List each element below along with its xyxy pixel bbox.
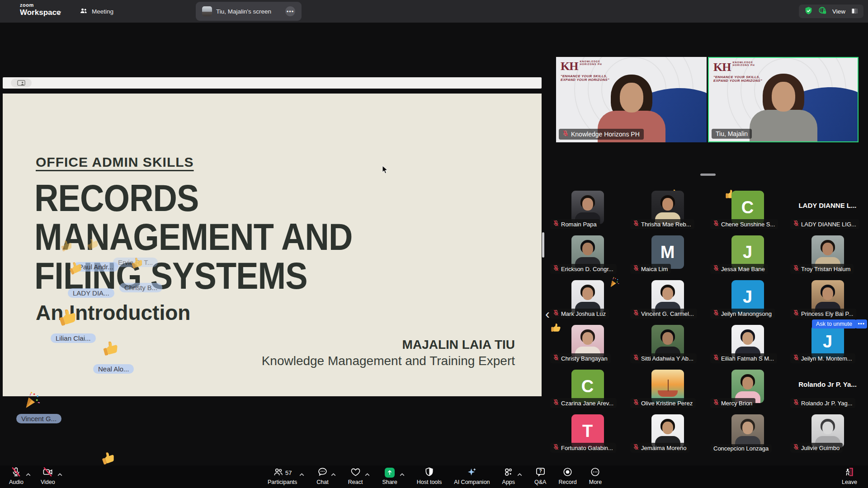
participant-name-label: Concepcion Lonzaga [710,444,772,453]
participant-more-icon[interactable]: ••• [855,319,867,328]
mic-muted-small-icon [633,399,639,407]
participant-tile[interactable]: J Jessa Mae Bane [708,233,787,277]
participant-tile[interactable]: Sitti Adahwia Y Ab... [628,322,707,367]
caret-up-icon[interactable] [517,470,522,478]
video-button[interactable]: Video [41,467,62,485]
caret-up-icon[interactable] [57,470,62,478]
react-label: React [348,479,363,485]
participant-tile[interactable]: Christy Bangayan [548,322,627,367]
qa-button[interactable]: ? Q&A [534,467,546,485]
presentation-slide: OFFICE ADMIN SKILLS RECORDS MANAGEMENT A… [3,94,542,396]
leave-button[interactable]: Leave [842,467,857,485]
participant-name-label: Jessa Mae Bane [710,264,768,274]
participant-tile[interactable]: J Jeilyn Manongsong [708,277,787,322]
caret-up-icon[interactable] [26,470,31,478]
participant-tile[interactable]: Thrisha Mae Reb... [628,188,707,233]
participant-tile[interactable]: Rolando Jr P. Ya... Rolando Jr P. Yag... [788,367,867,412]
video-name-label: Tiu, Majalin [712,129,752,139]
participant-tile[interactable]: C Chene Sunshine S... [708,188,787,233]
participant-name-label: Fortunato Galabin... [550,443,616,453]
caret-up-icon[interactable] [299,470,304,478]
mic-muted-small-icon [633,354,639,362]
chat-button[interactable]: Chat [316,467,335,485]
chat-label: Chat [316,479,328,485]
participant-name-label: Czarina Jane Arev... [550,398,617,408]
apps-button[interactable]: Apps [502,467,523,485]
mic-muted-small-icon [553,310,559,318]
caret-up-icon[interactable] [400,470,405,478]
chevron-left-icon[interactable]: ‹ [545,307,550,321]
view-grid-icon [851,7,858,16]
mic-muted-small-icon [633,220,639,228]
tab-screen-share[interactable]: Tiu, Majalin's screen ••• [196,2,302,21]
share-icon [385,468,395,478]
meeting-security-pill[interactable]: View [799,5,863,18]
avatar-photo [662,287,673,300]
mic-muted-small-icon [793,354,799,362]
photo-avatar [731,414,764,448]
audio-button[interactable]: Audio [9,467,31,485]
participant-tile[interactable]: Concepcion Lonzaga [708,412,787,456]
panel-resize-handle[interactable] [542,232,544,258]
participant-tile[interactable]: Princess Ely Bai P... [788,277,867,322]
mic-muted-small-icon [793,265,799,273]
chevron-down-icon[interactable] [56,8,61,16]
participant-tile[interactable]: Erickson D. Congr... [548,233,627,277]
participant-tile[interactable]: LADY DIANNE L... LADY DIANNE LIG... [788,188,867,233]
leave-door-icon [844,467,854,479]
boat-illustration [658,390,678,397]
participant-tile[interactable]: M Maica Lim [628,233,707,277]
participant-name-label: Chene Sunshine S... [710,219,778,229]
participants-label: Participants [268,479,297,485]
share-button[interactable]: Share [382,467,404,485]
participant-tile[interactable]: Mercy Brion [708,367,787,412]
avatar-photo [742,422,753,434]
panel-drag-handle[interactable] [700,174,716,176]
mic-muted-small-icon [713,220,719,228]
ask-to-unmute-button[interactable]: Ask to unmute [812,319,856,328]
host-tools-label: Host tools [417,479,442,485]
react-heart-icon [350,467,361,479]
participant-tile[interactable]: T Fortunato Galabin... [548,412,627,456]
record-button[interactable]: Record [558,467,576,485]
ai-sparkle-icon [467,467,477,479]
participant-name-label: Eiliah Fatmah S M... [710,353,777,363]
host-tools-button[interactable]: Host tools [417,467,442,485]
record-label: Record [558,479,576,485]
avatar-photo [742,332,753,345]
participant-tile[interactable]: Olive Kristine Perez [628,367,707,412]
participant-tile[interactable]: Troy Tristan Halum [788,233,867,277]
react-button[interactable]: React [348,467,370,485]
ellipsis-icon[interactable]: ••• [285,6,295,16]
participant-tile[interactable]: Julivie Guimbo [788,412,867,456]
tab-meeting[interactable]: Meeting [73,0,120,23]
more-button[interactable]: More [589,467,602,485]
participant-tile[interactable]: C Czarina Jane Arev... [548,367,627,412]
caret-up-icon[interactable] [331,470,336,478]
participant-tile[interactable]: Romain Papa [548,188,627,233]
avatar-photo [822,243,833,255]
participant-name-label: Troy Tristan Halum [790,264,854,274]
participant-name-label: Jemaima Moreno [630,443,689,453]
participants-button[interactable]: 57 Participants [268,467,304,485]
mic-muted-small-icon [713,399,719,407]
participant-tile[interactable]: Jemaima Moreno [628,412,707,456]
person-video [620,83,643,113]
participant-tile[interactable]: J Jeilyn M. Montem... Ask to unmute ••• [788,322,867,367]
participant-name-label: Jeilyn Manongsong [710,309,775,319]
record-icon [562,467,573,479]
screen-share-icon[interactable] [11,79,32,87]
avatar-photo [662,422,673,434]
participant-tile[interactable]: Mark Joshua Luz [548,277,627,322]
caret-up-icon[interactable] [365,470,370,478]
ai-companion-button[interactable]: AI Companion [454,467,490,485]
mic-muted-small-icon [633,310,639,318]
spotlight-video-tile[interactable]: KH KNOWLEDGEHORIZONS PH "ENHANCE YOUR SK… [556,57,707,142]
participant-name-label: Maica Lim [630,264,671,274]
annotation-name-tag: Neal Alo... [93,364,134,374]
participant-tile[interactable]: Eiliah Fatmah S M... [708,322,787,367]
participant-tile[interactable]: Vincent G. Carmel... [628,277,707,322]
spotlight-video-tile[interactable]: KH KNOWLEDGEHORIZONS PH "ENHANCE YOUR SK… [708,57,859,142]
mic-muted-icon [11,467,21,479]
tab-screen-label: Tiu, Majalin's screen [216,8,271,15]
